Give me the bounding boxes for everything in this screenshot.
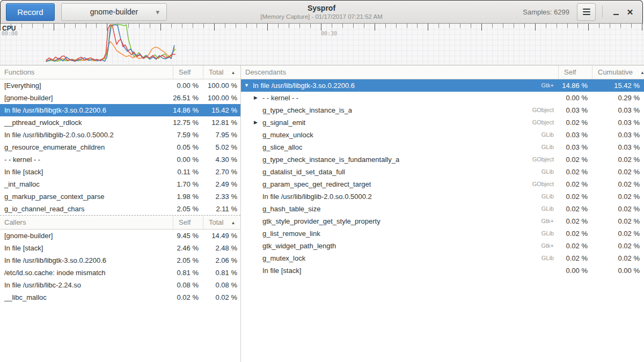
function-name-cell: [gnome-builder] — [0, 92, 173, 104]
total-value-cell: 14.49 % — [203, 230, 240, 242]
sort-ascending-icon: ▲ — [640, 70, 644, 75]
functions-header: Functions Self Total▲ — [0, 65, 240, 79]
self-value-cell: 0.02 % — [558, 252, 592, 264]
library-tag: GObject — [527, 153, 558, 166]
tree-row[interactable]: g_list_remove_link GLib 0.02 % 0.02 % — [241, 227, 644, 240]
cumulative-column-header[interactable]: Cumulative▲ — [592, 65, 644, 79]
cumulative-value-cell: 0.29 % — [592, 92, 644, 104]
function-name: g_slice_alloc — [262, 141, 302, 153]
self-value-cell: 14.86 % — [558, 79, 592, 92]
tree-row[interactable]: g_hash_table_size GLib 0.02 % 0.02 % — [241, 203, 644, 215]
table-row[interactable]: In file [stack] 0.11 % 2.70 % — [0, 166, 240, 178]
library-tag: Gtk+ — [536, 215, 558, 227]
table-row[interactable]: In file /usr/lib/libgtk-3.so.0.2200.6 2.… — [0, 254, 240, 267]
table-row[interactable]: __libc_malloc 0.02 % 0.02 % — [0, 291, 240, 304]
total-value-cell: 15.42 % — [203, 104, 240, 116]
table-row[interactable]: _int_malloc 1.70 % 2.49 % — [0, 178, 240, 190]
function-name-cell: __libc_malloc — [0, 291, 173, 304]
table-row[interactable]: g_resource_enumerate_children 0.05 % 5.0… — [0, 141, 240, 153]
descendants-header: Descendants Self Cumulative▲ — [241, 65, 644, 79]
tree-row[interactable]: g_mutex_unlock GLib 0.03 % 0.03 % — [241, 129, 644, 141]
self-value-cell: 0.03 % — [558, 104, 592, 116]
table-row[interactable]: g_io_channel_read_chars 2.05 % 2.11 % — [0, 203, 240, 215]
functions-table: [Everything] 0.00 % 100.00 % [gnome-buil… — [0, 79, 240, 215]
function-name-cell: In file /usr/lib/libc-2.24.so — [0, 279, 173, 291]
table-row[interactable]: In file [stack] 2.46 % 2.48 % — [0, 242, 240, 254]
self-value-cell: 9.45 % — [173, 230, 203, 242]
callers-column-header[interactable]: Callers — [0, 216, 173, 229]
total-column-header[interactable]: Total▲ — [203, 216, 240, 229]
self-value-cell: 0.08 % — [173, 279, 203, 291]
table-row[interactable]: [Everything] 0.00 % 100.00 % — [0, 79, 240, 92]
self-value-cell: 0.00 % — [173, 79, 203, 92]
table-row[interactable]: __pthread_rwlock_rdlock 12.75 % 12.81 % — [0, 116, 240, 129]
total-value-cell: 5.02 % — [203, 141, 240, 153]
self-column-header[interactable]: Self — [558, 65, 592, 79]
total-value-cell: 0.08 % — [203, 279, 240, 291]
table-row[interactable]: In file /usr/lib/libglib-2.0.so.0.5000.2… — [0, 129, 240, 141]
total-value-cell: 2.33 % — [203, 190, 240, 203]
tree-row[interactable]: g_mutex_lock GLib 0.02 % 0.02 % — [241, 252, 644, 264]
self-value-cell: 1.98 % — [173, 190, 203, 203]
total-column-header[interactable]: Total▲ — [203, 65, 240, 79]
total-value-cell: 100.00 % — [203, 92, 240, 104]
library-tag: GLib — [536, 166, 558, 178]
cpu-usage-chart — [0, 24, 644, 65]
function-name-cell: - - kernel - - — [0, 153, 173, 166]
cpu-graph[interactable]: CPU 00:00 00:30 — [0, 24, 644, 65]
function-name-cell: In file /usr/lib/libgtk-3.so.0.2200.6 — [0, 254, 173, 267]
table-row[interactable]: [gnome-builder] 26.51 % 100.00 % — [0, 92, 240, 104]
tree-row[interactable]: g_type_check_instance_is_fundamentally_a… — [241, 153, 644, 166]
table-row[interactable]: In file /usr/lib/libc-2.24.so 0.08 % 0.0… — [0, 279, 240, 291]
tree-row[interactable]: ▶ - - kernel - - 0.00 % 0.29 % — [241, 92, 644, 104]
total-value-cell: 4.30 % — [203, 153, 240, 166]
target-dropdown-label: gnome-builder — [90, 8, 138, 16]
cpu-line-cpu-blue — [46, 25, 174, 62]
library-tag: GObject — [527, 116, 558, 129]
expander-icon[interactable]: ▼ — [244, 79, 253, 92]
menu-button[interactable] — [577, 3, 596, 21]
table-row[interactable]: g_markup_parse_context_parse 1.98 % 2.33… — [0, 190, 240, 203]
total-value-cell: 2.06 % — [203, 254, 240, 267]
header-bar: Record gnome-builder ▾ Sysprof [Memory C… — [0, 0, 643, 24]
tree-row[interactable]: In file /usr/lib/libglib-2.0.so.0.5000.2… — [241, 190, 644, 203]
minimize-button[interactable] — [609, 5, 623, 19]
function-name-cell: g_hash_table_size GLib — [241, 203, 558, 215]
function-name-cell: /etc/ld.so.cache: inode mismatch — [0, 267, 173, 279]
expander-icon[interactable]: ▶ — [254, 116, 262, 129]
minimize-icon — [613, 14, 619, 15]
library-tag: GLib — [536, 227, 558, 240]
function-name-cell: g_list_remove_link GLib — [241, 227, 558, 240]
tree-row[interactable]: gtk_style_provider_get_style_property Gt… — [241, 215, 644, 227]
tree-row[interactable]: ▼ In file /usr/lib/libgtk-3.so.0.2200.6 … — [241, 79, 644, 92]
self-value-cell: 0.02 % — [558, 227, 592, 240]
functions-column-header[interactable]: Functions — [0, 65, 173, 79]
table-row[interactable]: - - kernel - - 0.00 % 4.30 % — [0, 153, 240, 166]
self-column-header[interactable]: Self — [173, 65, 203, 79]
tree-row[interactable]: gtk_widget_path_length Gtk+ 0.02 % 0.02 … — [241, 240, 644, 252]
self-value-cell: 1.70 % — [173, 178, 203, 190]
tree-row[interactable]: In file [stack] 0.00 % 0.00 % — [241, 264, 644, 277]
table-row[interactable]: [gnome-builder] 9.45 % 14.49 % — [0, 230, 240, 242]
table-row[interactable]: /etc/ld.so.cache: inode mismatch 0.81 % … — [0, 267, 240, 279]
close-button[interactable]: ✕ — [623, 5, 637, 19]
self-column-header[interactable]: Self — [173, 216, 203, 229]
function-name: g_param_spec_get_redirect_target — [262, 178, 371, 190]
expander-icon[interactable]: ▶ — [254, 92, 262, 104]
tree-row[interactable]: g_datalist_id_set_data_full GLib 0.02 % … — [241, 166, 644, 178]
record-button[interactable]: Record — [6, 3, 55, 21]
self-value-cell: 0.00 % — [558, 92, 592, 104]
table-row[interactable]: In file /usr/lib/libgtk-3.so.0.2200.6 14… — [0, 104, 240, 116]
library-tag: GLib — [536, 129, 558, 141]
tree-row[interactable]: g_param_spec_get_redirect_target GObject… — [241, 178, 644, 190]
close-icon: ✕ — [627, 8, 634, 16]
function-name-cell: __pthread_rwlock_rdlock — [0, 116, 173, 129]
self-value-cell: 0.02 % — [558, 178, 592, 190]
cumulative-value-cell: 0.00 % — [592, 264, 644, 277]
tree-row[interactable]: g_type_check_instance_is_a GObject 0.03 … — [241, 104, 644, 116]
tree-row[interactable]: g_slice_alloc GLib 0.03 % 0.03 % — [241, 141, 644, 153]
target-dropdown[interactable]: gnome-builder ▾ — [61, 3, 167, 21]
callers-table: [gnome-builder] 9.45 % 14.49 % In file [… — [0, 230, 240, 304]
tree-row[interactable]: ▶ g_signal_emit GObject 0.02 % 0.03 % — [241, 116, 644, 129]
descendants-column-header[interactable]: Descendants — [241, 65, 558, 79]
